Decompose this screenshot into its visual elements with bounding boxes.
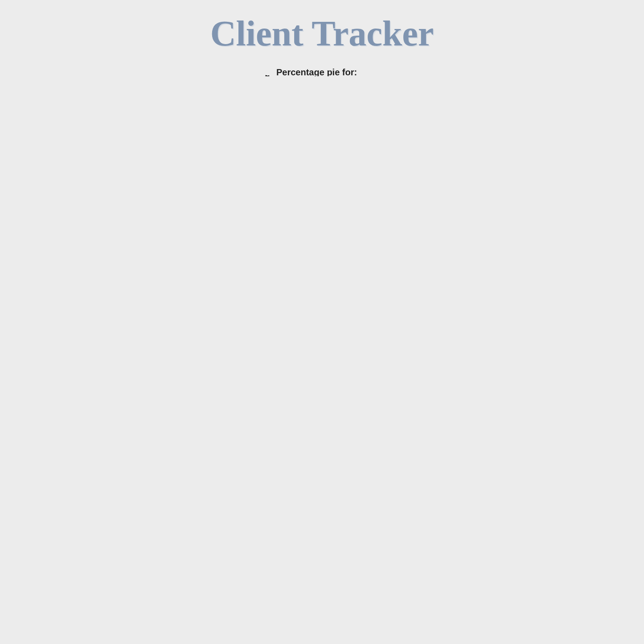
- svg-line-1: [232, 76, 267, 76]
- annotation-pies: Percentage pie for: Client Status Referr…: [276, 67, 357, 76]
- page-title: Client Tracker: [0, 0, 644, 58]
- page: Client Tracker Calendar with current mon…: [0, 0, 644, 76]
